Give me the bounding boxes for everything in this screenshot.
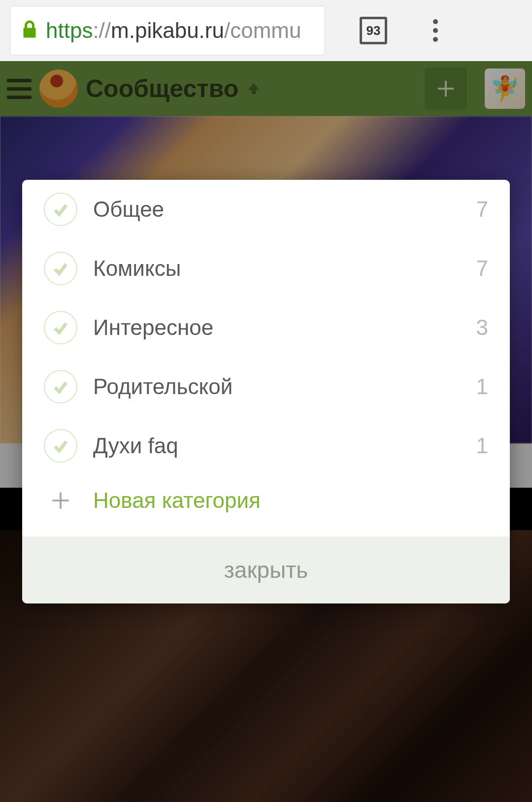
check-icon bbox=[44, 429, 77, 463]
category-row[interactable]: Общее7 bbox=[22, 180, 510, 239]
check-icon bbox=[44, 311, 77, 344]
close-button[interactable]: закрыть bbox=[22, 536, 510, 603]
new-category-button[interactable]: Новая категория bbox=[22, 475, 510, 536]
lock-icon bbox=[22, 18, 37, 43]
category-label: Духи faq bbox=[93, 434, 461, 458]
category-count: 1 bbox=[476, 434, 488, 458]
url-sep: :// bbox=[93, 18, 111, 43]
category-row[interactable]: Комиксы7 bbox=[22, 239, 510, 298]
category-count: 7 bbox=[476, 256, 488, 281]
check-icon bbox=[44, 252, 77, 285]
category-count: 1 bbox=[476, 374, 488, 399]
browser-menu-button[interactable] bbox=[424, 19, 447, 42]
category-label: Комиксы bbox=[93, 256, 461, 281]
url-box[interactable]: https :// m.pikabu.ru /commu bbox=[10, 6, 325, 55]
category-row[interactable]: Интересное3 bbox=[22, 298, 510, 357]
tab-count: 93 bbox=[366, 23, 381, 38]
category-label: Родительской bbox=[93, 374, 461, 399]
category-count: 3 bbox=[476, 315, 488, 340]
category-label: Интересное bbox=[93, 315, 461, 340]
check-icon bbox=[44, 370, 77, 403]
category-row[interactable]: Духи faq1 bbox=[22, 416, 510, 475]
url-scheme: https bbox=[46, 18, 93, 43]
check-icon bbox=[44, 193, 77, 226]
url-path: /commu bbox=[224, 18, 301, 43]
tabs-button[interactable]: 93 bbox=[360, 17, 387, 44]
plus-icon bbox=[44, 490, 77, 511]
url-host: m.pikabu.ru bbox=[111, 18, 224, 43]
new-category-label: Новая категория bbox=[93, 488, 261, 513]
browser-bar: https :// m.pikabu.ru /commu 93 bbox=[0, 0, 532, 61]
categories-modal: Общее7Комиксы7Интересное3Родительской1Ду… bbox=[22, 180, 510, 603]
category-label: Общее bbox=[93, 197, 461, 222]
category-row[interactable]: Родительской1 bbox=[22, 357, 510, 416]
category-count: 7 bbox=[476, 197, 488, 222]
